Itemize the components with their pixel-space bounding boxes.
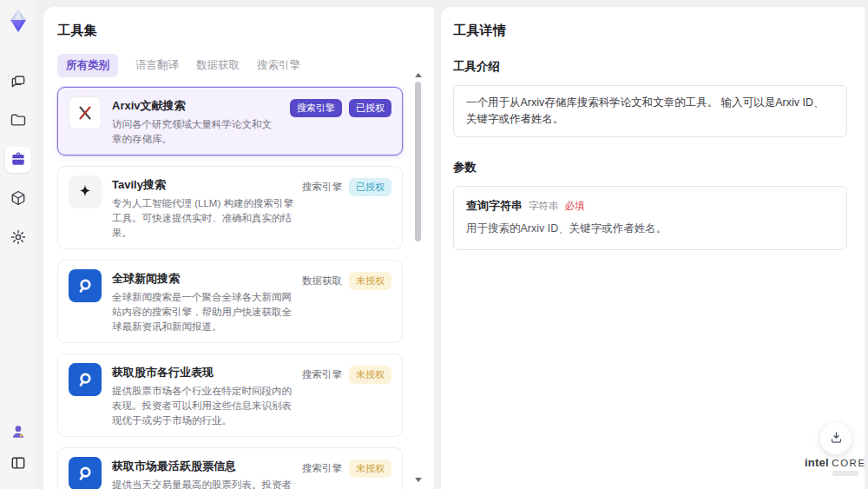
sidebar-item-profile[interactable]: [5, 420, 31, 446]
parameter-item: 查询字符串 字符串 必填 用于搜索的Arxiv ID、关键字或作者姓名。: [453, 186, 847, 250]
briefcase-icon: [10, 150, 27, 170]
sidebar-item-packages[interactable]: [5, 186, 31, 212]
category-tab[interactable]: 搜索引擎: [257, 54, 300, 77]
parameter-required-badge: 必填: [565, 200, 585, 213]
tool-category-badge: 搜索引擎: [302, 178, 342, 196]
tool-list-item[interactable]: 全球新闻搜索 全球新闻搜索是一个聚合全球各大新闻网站内容的搜索引擎，帮助用户快速…: [57, 260, 403, 343]
sidebar-item-settings[interactable]: [5, 225, 31, 251]
parameter-name: 查询字符串: [466, 198, 523, 214]
chat-icon: [10, 72, 27, 92]
intro-text-box: 一个用于从Arxiv存储库搜索科学论文和文章的工具。 输入可以是Arxiv ID…: [453, 85, 847, 137]
sidebar-nav: [5, 69, 31, 251]
tool-icon: [69, 96, 102, 129]
tool-category-badge: 搜索引擎: [290, 99, 342, 117]
tool-list-item[interactable]: Arxiv文献搜索 访问各个研究领域大量科学论文和文章的存储库。 搜索引擎 已授…: [57, 87, 403, 155]
tool-category-badge: 搜索引擎: [302, 459, 342, 478]
tool-name: Tavily搜索: [112, 177, 293, 193]
tool-category-badge: 搜索引擎: [302, 366, 342, 384]
sidebar-item-chat[interactable]: [5, 69, 31, 95]
category-tab[interactable]: 数据获取: [196, 54, 240, 77]
tool-list-panel: 工具集 所有类别 语言翻译 数据获取 搜索引擎 Arxiv文献搜索 访问各个研究…: [43, 7, 434, 489]
tool-description: 全球新闻搜索是一个聚合全球各大新闻网站内容的搜索引擎，帮助用户快速获取全球最新资…: [112, 290, 293, 334]
download-icon: [829, 430, 844, 447]
tool-list-item[interactable]: Tavily搜索 专为人工智能代理 (LLM) 构建的搜索引擎工具。可快速提供实…: [57, 166, 403, 249]
sidebar-item-tools[interactable]: [5, 147, 31, 173]
params-heading: 参数: [453, 160, 847, 175]
panel-icon: [10, 454, 27, 474]
parameter-type: 字符串: [529, 200, 559, 213]
parameter-description: 用于搜索的Arxiv ID、关键字或作者姓名。: [466, 221, 834, 236]
tool-description: 提供股票市场各个行业在特定时间段内的表现。投资者可以利用这些信息来识别表现优于或…: [112, 384, 293, 427]
download-button[interactable]: [820, 423, 852, 454]
tool-icon: [69, 175, 102, 208]
tool-auth-badge: 未授权: [349, 272, 391, 290]
folder-icon: [10, 111, 27, 131]
intel-core-logo: intel CORE: [805, 456, 858, 476]
category-tab[interactable]: 语言翻译: [135, 54, 179, 77]
sidebar-item-files[interactable]: [5, 108, 31, 134]
scrollbar-thumb[interactable]: [415, 82, 421, 241]
intel-brand-text: intel: [805, 456, 829, 469]
app-logo-icon: [6, 8, 30, 34]
avatar-icon: [10, 423, 27, 443]
tool-icon: [69, 269, 102, 302]
tool-badges: 搜索引擎 已授权: [302, 175, 391, 196]
intel-sub-badge: [832, 471, 858, 476]
tool-badges: 搜索引擎 未授权: [302, 457, 391, 478]
category-tabs: 所有类别 语言翻译 数据获取 搜索引擎: [57, 54, 434, 77]
scroll-down-arrow[interactable]: [415, 478, 422, 482]
tool-name: Arxiv文献搜索: [112, 98, 281, 114]
tool-list: Arxiv文献搜索 访问各个研究领域大量科学论文和文章的存储库。 搜索引擎 已授…: [57, 87, 434, 489]
tool-auth-badge: 已授权: [349, 178, 391, 196]
category-tab[interactable]: 所有类别: [57, 54, 118, 77]
tool-badges: 搜索引擎 已授权: [290, 96, 391, 117]
gear-icon: [10, 228, 27, 248]
cube-icon: [10, 189, 27, 209]
tool-icon: [69, 457, 102, 489]
tool-name: 获取市场最活跃股票信息: [112, 459, 293, 474]
tool-details-panel: 工具详情 工具介绍 一个用于从Arxiv存储库搜索科学论文和文章的工具。 输入可…: [441, 7, 865, 489]
tool-name: 获取股市各行业表现: [112, 365, 293, 380]
tool-description: 提供当天交易量最高的股票列表。投资者可以利用这些信息来识别流动性强的股票和潜在的…: [112, 478, 293, 489]
tool-auth-badge: 未授权: [349, 459, 391, 478]
tool-badges: 数据获取 未授权: [302, 269, 391, 290]
details-title: 工具详情: [453, 23, 847, 39]
tool-list-item[interactable]: 获取市场最活跃股票信息 提供当天交易量最高的股票列表。投资者可以利用这些信息来识…: [57, 447, 403, 489]
tool-category-badge: 数据获取: [302, 272, 342, 290]
list-scrollbar: [414, 73, 422, 482]
page-title: 工具集: [57, 23, 434, 39]
tool-name: 全球新闻搜索: [112, 271, 293, 287]
tool-auth-badge: 未授权: [349, 366, 391, 384]
app-sidebar: [0, 0, 36, 489]
tool-auth-badge: 已授权: [349, 99, 391, 117]
intro-heading: 工具介绍: [453, 59, 847, 75]
tool-list-item[interactable]: 获取股市各行业表现 提供股票市场各个行业在特定时间段内的表现。投资者可以利用这些…: [57, 354, 403, 437]
tool-description: 专为人工智能代理 (LLM) 构建的搜索引擎工具。可快速提供实时、准确和真实的结…: [112, 196, 293, 240]
sidebar-item-collapse[interactable]: [5, 451, 31, 477]
scroll-up-arrow[interactable]: [415, 73, 422, 77]
tool-icon: [69, 363, 102, 396]
intro-text: 一个用于从Arxiv存储库搜索科学论文和文章的工具。 输入可以是Arxiv ID…: [466, 96, 825, 125]
tool-description: 访问各个研究领域大量科学论文和文章的存储库。: [112, 117, 281, 146]
core-brand-text: CORE: [832, 458, 865, 468]
tool-badges: 搜索引擎 未授权: [302, 363, 391, 384]
